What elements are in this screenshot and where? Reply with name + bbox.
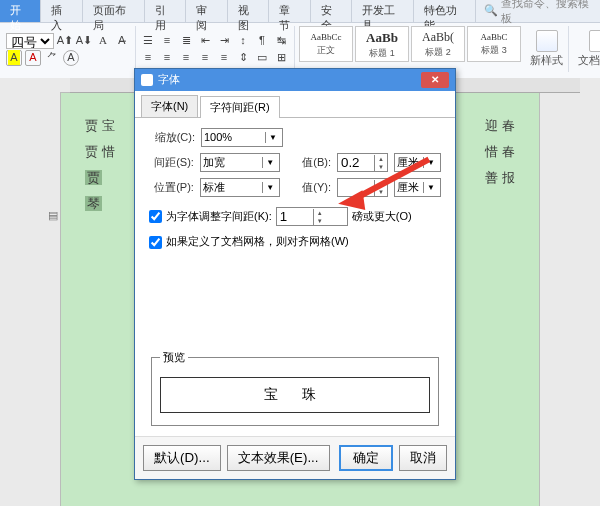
ribbon-tabs: 开始 插入 页面布局 引用 审阅 视图 章节 安全 开发工具 特色功能 🔍查找命… (0, 0, 600, 23)
chevron-down-icon: ▼ (423, 182, 438, 193)
style-heading1[interactable]: AaBb标题 1 (355, 26, 409, 62)
align-right-button[interactable]: ≡ (178, 50, 194, 66)
default-button[interactable]: 默认(D)... (143, 445, 221, 471)
paragraph-group: ☰ ≡ ≣ ⇤ ⇥ ↕ ¶ ↹ ≡ ≡ ≡ ≡ ≡ ⇕ ▭ ⊞ (140, 26, 295, 72)
bullets-button[interactable]: ☰ (140, 33, 156, 49)
change-case-button[interactable]: A (95, 33, 111, 49)
increase-indent-button[interactable]: ⇥ (216, 33, 232, 49)
shrink-font-button[interactable]: A⬇ (76, 33, 92, 49)
sort-button[interactable]: ↕ (235, 33, 251, 49)
text-run: 贾 惜 (85, 144, 115, 159)
doc-tool-label: 文档助手 (578, 53, 600, 68)
align-left-button[interactable]: ≡ (140, 50, 156, 66)
show-marks-button[interactable]: ¶ (254, 33, 270, 49)
tab-safety[interactable]: 安全 (311, 0, 352, 22)
scale-dropdown[interactable]: 100%▼ (201, 128, 283, 147)
grow-font-button[interactable]: A⬆ (57, 33, 73, 49)
line-spacing-button[interactable]: ⇕ (235, 50, 251, 66)
ok-button[interactable]: 确定 (339, 445, 393, 471)
spacing-by-label: 值(B): (286, 155, 331, 170)
new-style-icon (536, 30, 558, 52)
position-unit-dropdown[interactable]: 厘米▼ (394, 178, 441, 197)
styles-gallery[interactable]: AaBbCc正文 AaBb标题 1 AaBb(标题 2 AaBbC标题 3 (299, 26, 521, 62)
distribute-button[interactable]: ≡ (216, 50, 232, 66)
justify-button[interactable]: ≡ (197, 50, 213, 66)
font-color-button[interactable]: A (25, 50, 41, 66)
doc-tool-group[interactable]: 文档助手 (573, 26, 600, 72)
tab-dev[interactable]: 开发工具 (352, 0, 414, 22)
multilevel-button[interactable]: ≣ (178, 33, 194, 49)
spacing-label: 间距(S): (149, 155, 194, 170)
tab-layout[interactable]: 页面布局 (83, 0, 145, 22)
text-run: 贾 宝 (85, 118, 115, 133)
tab-start[interactable]: 开始 (0, 0, 41, 22)
tab-insert[interactable]: 插入 (41, 0, 82, 22)
tab-review[interactable]: 审阅 (186, 0, 227, 22)
cancel-button[interactable]: 取消 (399, 445, 447, 471)
kerning-label: 为字体调整字间距(K): (166, 209, 272, 224)
dialog-titlebar[interactable]: 字体 ✕ (135, 69, 455, 91)
highlight-button[interactable]: A (6, 50, 22, 66)
position-unit-value: 厘米 (397, 180, 419, 195)
style-normal[interactable]: AaBbCc正文 (299, 26, 353, 62)
dialog-tabs: 字体(N) 字符间距(R) (135, 91, 455, 118)
dialog-buttons: 默认(D)... 文本效果(E)... 确定 取消 (135, 436, 455, 479)
dialog-icon (141, 74, 153, 86)
tab-section[interactable]: 章节 (269, 0, 310, 22)
tab-char-spacing[interactable]: 字符间距(R) (200, 96, 279, 118)
tab-font-n[interactable]: 字体(N) (141, 95, 198, 117)
shading-button[interactable]: ▭ (254, 50, 270, 66)
search-icon: 🔍 (484, 3, 498, 18)
preview-legend: 预览 (160, 350, 188, 365)
decrease-indent-button[interactable]: ⇤ (197, 33, 213, 49)
font-size-select[interactable]: 四号 (6, 33, 54, 49)
preview-fieldset: 预览 宝 珠 (151, 350, 439, 426)
search-box[interactable]: 🔍查找命令、搜索模板 (476, 0, 600, 22)
tab-special[interactable]: 特色功能 (414, 0, 476, 22)
snap-checkbox[interactable] (149, 236, 162, 249)
selected-text: 琴 (85, 196, 102, 211)
close-button[interactable]: ✕ (421, 72, 449, 88)
kerning-spinner[interactable]: ▲▼ (276, 207, 348, 226)
kerning-checkbox[interactable] (149, 210, 162, 223)
chevron-down-icon: ▼ (262, 182, 277, 193)
pinyin-button[interactable]: ⺈ (44, 50, 60, 66)
kerning-input[interactable] (277, 209, 313, 224)
tabs-button[interactable]: ↹ (273, 33, 289, 49)
style-heading3[interactable]: AaBbC标题 3 (467, 26, 521, 62)
scale-label: 缩放(C): (149, 130, 195, 145)
scale-value: 100% (204, 130, 232, 145)
numbering-button[interactable]: ≡ (159, 33, 175, 49)
doc-tool-icon (589, 30, 600, 52)
snap-label: 如果定义了文档网格，则对齐网格(W) (166, 234, 349, 249)
font-group: 四号 A⬆ A⬇ A A̶ A A ⺈ A (6, 26, 136, 72)
search-placeholder: 查找命令、搜索模板 (501, 0, 592, 26)
style-heading2[interactable]: AaBb(标题 2 (411, 26, 465, 62)
text-run: 惜 春 (485, 139, 515, 165)
tab-reference[interactable]: 引用 (145, 0, 186, 22)
spacing-by-spinner[interactable]: ▲▼ (337, 153, 388, 172)
position-dropdown[interactable]: 标准▼ (200, 178, 280, 197)
align-center-button[interactable]: ≡ (159, 50, 175, 66)
borders-button[interactable]: ⊞ (273, 50, 289, 66)
spacing-by-input[interactable] (338, 155, 374, 170)
spacing-dropdown[interactable]: 加宽▼ (200, 153, 280, 172)
enclose-char-button[interactable]: A (63, 50, 79, 66)
new-style-label: 新样式 (530, 53, 563, 68)
kerning-after-label: 磅或更大(O) (352, 209, 412, 224)
dialog-body: 缩放(C): 100%▼ 间距(S): 加宽▼ 值(B): ▲▼ 厘米▼ 位置(… (135, 118, 455, 436)
kerning-row: 为字体调整字间距(K): ▲▼ 磅或更大(O) (149, 207, 441, 226)
new-style-group[interactable]: 新样式 (525, 26, 569, 72)
preview-box: 宝 珠 (160, 377, 430, 413)
clear-format-button[interactable]: A̶ (114, 33, 130, 49)
spinner-arrows[interactable]: ▲▼ (313, 209, 326, 225)
chevron-down-icon: ▼ (265, 132, 280, 143)
selected-text: 贾 (85, 170, 102, 185)
position-by-label: 值(Y): (286, 180, 331, 195)
chevron-down-icon: ▼ (262, 157, 277, 168)
tab-view[interactable]: 视图 (228, 0, 269, 22)
spinner-arrows[interactable]: ▲▼ (374, 155, 387, 171)
text-effects-button[interactable]: 文本效果(E)... (227, 445, 330, 471)
text-run: 善 报 (485, 165, 515, 191)
dialog-title: 字体 (158, 72, 180, 87)
